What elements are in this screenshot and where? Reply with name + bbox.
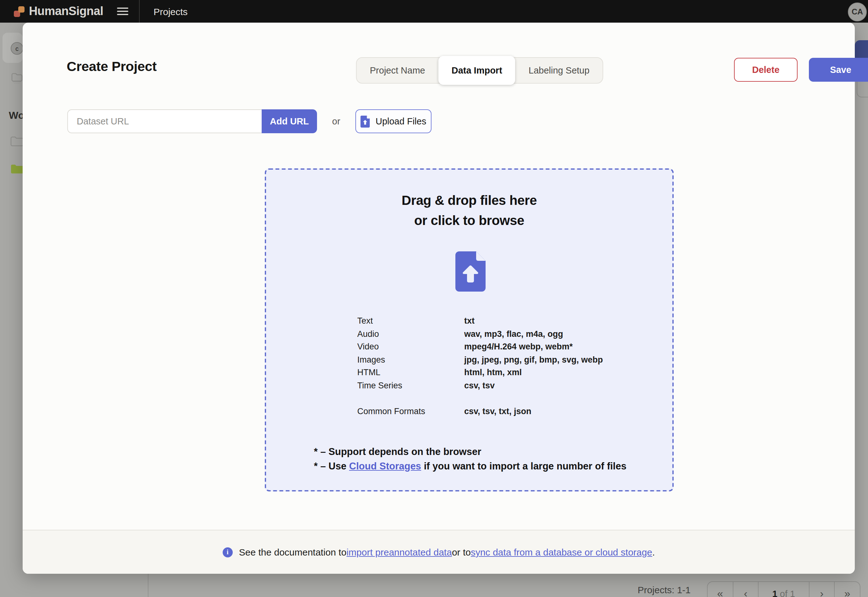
format-row: HTMLhtml, htm, xml [357,366,603,379]
format-row: Videompeg4/H.264 webp, webm* [357,341,603,353]
common-formats-label: Common Formats [357,405,464,418]
tab-labeling-setup[interactable]: Labeling Setup [515,58,603,83]
pagination-current-page: 1 [773,589,777,597]
format-row: Texttxt [357,315,603,328]
workspace-avatar: c [11,42,23,55]
screen: c Wo Projects: 1-1 « ‹ 1 of 1 › » [0,0,868,597]
folder-icon [10,136,24,150]
footer-text-middle: or to [452,547,471,557]
humansignal-logo[interactable]: HumanSignal [14,4,103,18]
background-sidebar-divider [148,574,149,597]
header-divider [139,0,140,22]
pagination-control: « ‹ 1 of 1 › » [707,581,861,597]
footnote-prefix: * – Use [314,460,349,471]
dataset-url-input[interactable] [67,109,262,133]
tab-project-name[interactable]: Project Name [357,58,438,83]
app-header: HumanSignal Projects CA [0,0,868,22]
upload-file-icon [360,115,370,127]
format-value: txt [464,315,475,328]
menu-hamburger-icon[interactable] [117,7,128,15]
pagination-prev-button: ‹ [733,582,758,597]
create-project-modal: Create Project Project Name Data Import … [22,22,855,574]
format-row: Imagesjpg, jpeg, png, gif, bmp, svg, web… [357,353,603,366]
wizard-tabs: Project Name Data Import Labeling Setup [356,57,603,83]
upload-files-label: Upload Files [375,116,426,126]
pagination-next-button: › [809,582,834,597]
dropzone-heading: Drag & drop files here or click to brows… [266,190,672,231]
footer-text-prefix: See the documentation to [239,547,347,557]
supported-formats-table: Texttxt Audiowav, mp3, flac, m4a, ogg Vi… [357,315,603,392]
drag-drop-zone[interactable]: Drag & drop files here or click to brows… [265,168,674,492]
projects-count-label: Projects: 1-1 [638,584,691,595]
green-folder-icon [10,163,24,177]
brand-name: HumanSignal [29,4,103,18]
format-value: mpeg4/H.264 webp, webm* [464,341,573,353]
footnote-cloud-storages: * – Use Cloud Storages if you want to im… [314,459,627,473]
info-icon: i [223,547,233,557]
or-label: or [332,116,340,126]
dropzone-heading-line1: Drag & drop files here [266,190,672,211]
format-label: Images [357,353,464,366]
format-value: html, htm, xml [464,366,522,379]
format-label: Video [357,341,464,353]
modal-title: Create Project [67,59,156,75]
format-label: Time Series [357,379,464,392]
format-row: Time Seriescsv, tsv [357,379,603,392]
pagination-last-button: » [835,582,860,597]
dataset-url-row: Add URL or Upload Files [67,109,432,133]
humansignal-logo-icon [14,6,25,17]
file-upload-icon [456,251,485,294]
footer-text-suffix: . [652,547,655,557]
format-label: Text [357,315,464,328]
add-url-button[interactable]: Add URL [262,109,317,133]
format-label: Audio [357,328,464,341]
nav-projects[interactable]: Projects [153,6,188,17]
modal-footer: i See the documentation to import preann… [22,530,855,574]
pagination-total: of 1 [780,589,795,597]
all-workspaces-icon [10,71,24,88]
save-button[interactable]: Save [809,58,868,82]
dropzone-heading-line2: or click to browse [266,211,672,231]
sync-data-link[interactable]: sync data from a database or cloud stora… [471,547,652,557]
user-avatar[interactable]: CA [848,3,867,21]
common-formats-row: Common Formats csv, tsv, txt, json [357,405,532,418]
import-preannotated-data-link[interactable]: import preannotated data [347,547,452,557]
format-value: wav, mp3, flac, m4a, ogg [464,328,563,341]
common-formats-value: csv, tsv, txt, json [464,405,532,418]
dropzone-footnotes: * – Support depends on the browser * – U… [314,445,627,473]
tab-data-import[interactable]: Data Import [438,56,515,85]
footnote-suffix: if you want to import a large number of … [421,460,627,471]
cloud-storages-link[interactable]: Cloud Storages [349,460,421,471]
pagination-page-indicator: 1 of 1 [759,582,809,597]
format-value: csv, tsv [464,379,495,392]
workspaces-heading-truncated: Wo [9,110,24,121]
format-row: Audiowav, mp3, flac, m4a, ogg [357,328,603,341]
format-value: jpg, jpeg, png, gif, bmp, svg, webp [464,353,603,366]
pagination-first-button: « [707,582,733,597]
format-label: HTML [357,366,464,379]
delete-button[interactable]: Delete [734,58,798,82]
footnote-browser-support: * – Support depends on the browser [314,445,627,459]
upload-files-button[interactable]: Upload Files [355,109,432,133]
